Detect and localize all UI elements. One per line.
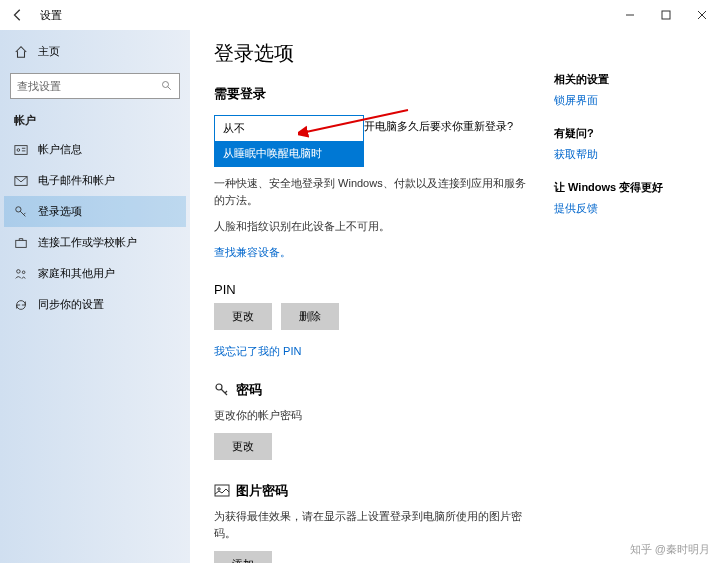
sidebar-item-label: 电子邮件和帐户 — [38, 173, 115, 188]
sidebar-item-4[interactable]: 家庭和其他用户 — [4, 258, 186, 289]
search-placeholder: 查找设置 — [17, 79, 61, 94]
dropdown-option-never[interactable]: 从不 — [215, 116, 363, 141]
svg-rect-1 — [662, 11, 670, 19]
get-help-link[interactable]: 获取帮助 — [554, 147, 704, 162]
family-icon — [14, 267, 28, 281]
lock-screen-link[interactable]: 锁屏界面 — [554, 93, 704, 108]
home-nav[interactable]: 主页 — [4, 38, 186, 65]
maximize-button[interactable] — [648, 0, 684, 30]
watermark: 知乎 @秦时明月 — [630, 542, 710, 557]
sidebar-item-label: 同步你的设置 — [38, 297, 104, 312]
sidebar-item-1[interactable]: 电子邮件和帐户 — [4, 165, 186, 196]
home-icon — [14, 45, 28, 59]
sidebar: 主页 查找设置 帐户 帐户信息电子邮件和帐户登录选项连接工作或学校帐户家庭和其他… — [0, 30, 190, 563]
hello-desc: 一种快速、安全地登录到 Windows、付款以及连接到应用和服务的方法。 — [214, 175, 534, 208]
password-heading: 密码 — [236, 381, 262, 399]
back-button[interactable] — [10, 7, 26, 23]
svg-rect-10 — [16, 240, 27, 247]
svg-point-2 — [163, 82, 169, 88]
key-icon — [14, 205, 28, 219]
hello-unavailable: 人脸和指纹识别在此设备上不可用。 — [214, 218, 534, 235]
id-card-icon — [14, 143, 28, 157]
mail-icon — [14, 174, 28, 188]
close-button[interactable] — [684, 0, 720, 30]
pin-change-button[interactable]: 更改 — [214, 303, 272, 330]
require-signin-heading: 需要登录 — [214, 85, 534, 103]
svg-point-5 — [17, 148, 20, 151]
svg-point-12 — [22, 270, 25, 273]
feedback-link[interactable]: 提供反馈 — [554, 201, 704, 216]
briefcase-icon — [14, 236, 28, 250]
sidebar-item-label: 登录选项 — [38, 204, 82, 219]
svg-point-17 — [218, 488, 220, 490]
page-title: 登录选项 — [214, 40, 534, 67]
improve-heading: 让 Windows 变得更好 — [554, 180, 704, 195]
password-desc: 更改你的帐户密码 — [214, 407, 534, 424]
picture-icon — [214, 483, 230, 499]
pin-forgot-link[interactable]: 我忘记了我的 PIN — [214, 345, 301, 357]
sidebar-section-label: 帐户 — [4, 109, 186, 132]
picture-add-button[interactable]: 添加 — [214, 551, 272, 563]
sync-icon — [14, 298, 28, 312]
require-signin-question: 开电脑多久后要求你重新登录? — [364, 119, 513, 134]
window-title: 设置 — [40, 8, 62, 23]
sidebar-item-label: 帐户信息 — [38, 142, 82, 157]
picture-heading: 图片密码 — [236, 482, 288, 500]
search-input[interactable]: 查找设置 — [10, 73, 180, 99]
key-icon — [214, 382, 230, 398]
sidebar-item-2[interactable]: 登录选项 — [4, 196, 186, 227]
search-icon — [161, 80, 173, 92]
svg-line-3 — [168, 87, 171, 90]
minimize-button[interactable] — [612, 0, 648, 30]
sidebar-item-label: 连接工作或学校帐户 — [38, 235, 137, 250]
picture-desc: 为获得最佳效果，请在显示器上设置登录到电脑所使用的图片密码。 — [214, 508, 534, 541]
pin-heading: PIN — [214, 282, 534, 297]
sidebar-item-label: 家庭和其他用户 — [38, 266, 115, 281]
password-change-button[interactable]: 更改 — [214, 433, 272, 460]
related-heading: 相关的设置 — [554, 72, 704, 87]
pin-remove-button[interactable]: 删除 — [281, 303, 339, 330]
svg-point-11 — [17, 269, 21, 273]
sidebar-item-3[interactable]: 连接工作或学校帐户 — [4, 227, 186, 258]
sidebar-item-0[interactable]: 帐户信息 — [4, 134, 186, 165]
home-label: 主页 — [38, 44, 60, 59]
hello-compat-link[interactable]: 查找兼容设备。 — [214, 246, 291, 258]
sidebar-item-5[interactable]: 同步你的设置 — [4, 289, 186, 320]
dropdown-option-wake[interactable]: 从睡眠中唤醒电脑时 — [215, 141, 363, 166]
question-heading: 有疑问? — [554, 126, 704, 141]
